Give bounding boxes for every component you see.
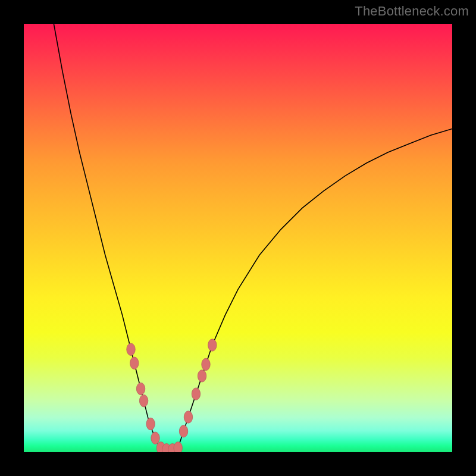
chart-frame: TheBottleneck.com	[0, 0, 476, 476]
curve-layer	[24, 24, 452, 452]
bead-point	[127, 343, 135, 355]
bead-point	[192, 388, 200, 400]
bead-point	[208, 339, 217, 351]
bead-point	[179, 425, 187, 437]
bead-point	[198, 370, 206, 382]
bead-point	[202, 358, 210, 370]
left-curve	[54, 24, 161, 448]
right-curve	[178, 129, 452, 447]
bead-group	[127, 339, 217, 452]
bead-point	[146, 418, 155, 430]
bead-point	[139, 394, 148, 406]
bead-point	[136, 383, 145, 394]
bead-point	[174, 442, 182, 452]
plot-area	[24, 24, 452, 452]
bead-point	[130, 357, 139, 369]
bead-point	[151, 432, 159, 444]
bead-point	[184, 411, 192, 423]
watermark-text: TheBottleneck.com	[355, 4, 469, 19]
